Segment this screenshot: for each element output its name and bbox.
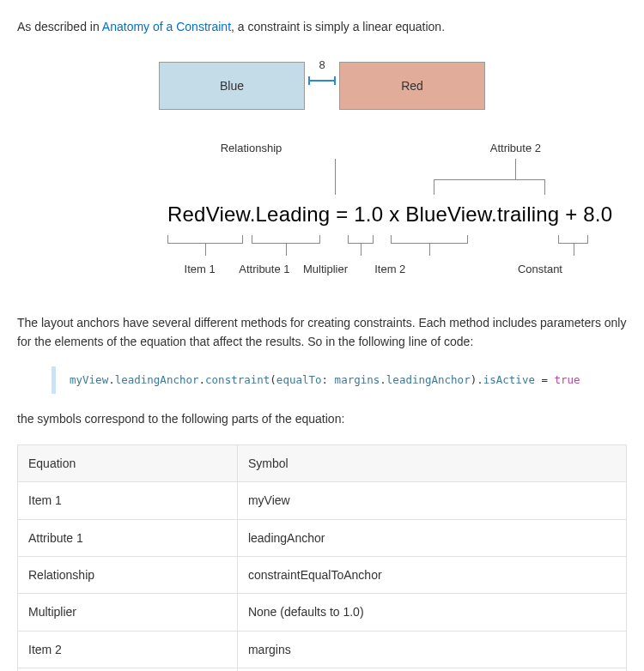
- code-token: true: [555, 373, 580, 386]
- gap-indicator: 8: [305, 57, 339, 85]
- table-row: Attribute 1leadingAnchor: [18, 519, 627, 556]
- table-header-row: Equation Symbol: [18, 444, 627, 481]
- code-token: leadingAnchor: [115, 373, 199, 386]
- intro-suffix: , a constraint is simply a linear equati…: [231, 20, 445, 33]
- table-row: Attribute 2leadingAnchor: [18, 668, 627, 671]
- table-cell: myView: [237, 482, 626, 519]
- constraint-boxes-diagram: Blue 8 Red Relationship Attribute 2 RedV…: [82, 62, 562, 278]
- equation-text: RedView.Leading = 1.0 x BlueView.trailin…: [167, 198, 562, 231]
- code-token: isActive: [483, 373, 535, 386]
- attribute1-bracket: [252, 235, 320, 244]
- label-constant: Constant: [426, 261, 562, 279]
- label-item2: Item 2: [354, 261, 426, 279]
- constant-bracket: [558, 235, 588, 244]
- gap-value: 8: [319, 57, 325, 75]
- mid-paragraph-2: the symbols correspond to the following …: [17, 409, 627, 428]
- intro-paragraph: As described in Anatomy of a Constraint,…: [17, 17, 627, 36]
- top-label-attribute2: Attribute 2: [335, 140, 558, 159]
- table-cell: Item 2: [18, 631, 238, 668]
- attribute2-fork: [434, 159, 545, 195]
- intro-prefix: As described in: [17, 20, 102, 33]
- table-header: Symbol: [237, 444, 626, 481]
- table-cell: margins: [237, 631, 626, 668]
- equation-diagram: Relationship Attribute 2 RedView.Leading…: [82, 140, 562, 278]
- table-row: Item 2margins: [18, 631, 627, 668]
- code-token: margins: [335, 373, 380, 386]
- blue-box: Blue: [159, 62, 305, 110]
- table-cell: constraintEqualToAnchor: [237, 556, 626, 593]
- gap-arrow-icon: [307, 76, 337, 85]
- table-header: Equation: [18, 444, 238, 481]
- item2-bracket: [391, 235, 468, 244]
- item1-bracket: [167, 235, 243, 244]
- table-cell: None (defaults to 1.0): [237, 594, 626, 631]
- table-row: Item 1myView: [18, 482, 627, 519]
- label-attribute1: Attribute 1: [232, 261, 296, 279]
- code-token: constraint: [205, 373, 270, 386]
- table-row: MultiplierNone (defaults to 1.0): [18, 594, 627, 631]
- relationship-line: [335, 159, 336, 195]
- table-cell: Attribute 1: [18, 519, 238, 556]
- table-cell: leadingAnchor: [237, 519, 626, 556]
- red-box: Red: [339, 62, 485, 110]
- table-cell: leadingAnchor: [237, 668, 626, 671]
- top-label-relationship: Relationship: [167, 140, 335, 159]
- table-cell: Attribute 2: [18, 668, 238, 671]
- mid-paragraph-1: The layout anchors have several differen…: [17, 313, 627, 352]
- code-token: equalTo: [276, 373, 322, 386]
- code-token: myView: [70, 373, 108, 386]
- equation-parts-table: Equation Symbol Item 1myViewAttribute 1l…: [17, 444, 627, 671]
- label-item1: Item 1: [167, 261, 232, 279]
- multiplier-bracket: [348, 235, 374, 244]
- table-cell: Relationship: [18, 556, 238, 593]
- table-cell: Item 1: [18, 482, 238, 519]
- code-token: leadingAnchor: [386, 373, 471, 386]
- table-row: RelationshipconstraintEqualToAnchor: [18, 556, 627, 593]
- anatomy-link[interactable]: Anatomy of a Constraint: [102, 20, 231, 33]
- code-example: myView.leadingAnchor.constraint(equalTo:…: [52, 366, 627, 394]
- table-cell: Multiplier: [18, 594, 238, 631]
- label-multiplier: Multiplier: [297, 261, 355, 279]
